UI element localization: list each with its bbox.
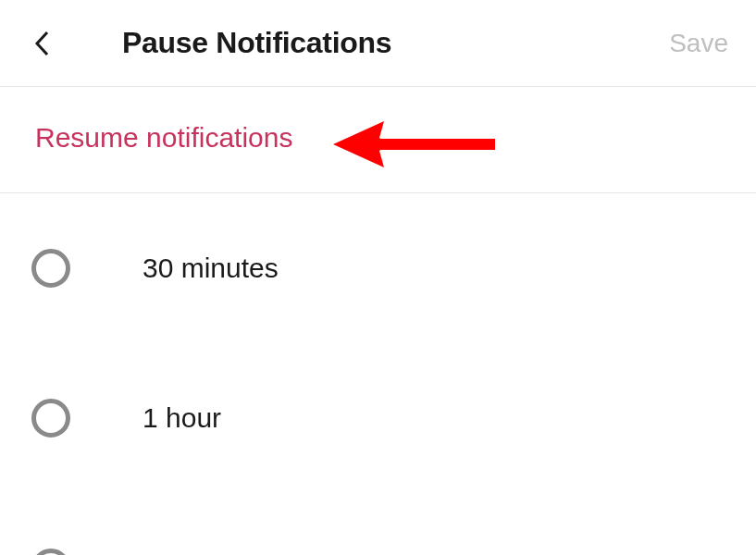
- option-1-hour[interactable]: 1 hour: [0, 380, 756, 456]
- radio-button[interactable]: [31, 399, 70, 438]
- option-2-hours[interactable]: 2 hours: [0, 530, 756, 555]
- radio-button[interactable]: [31, 249, 70, 288]
- page-title: Pause Notifications: [122, 26, 669, 60]
- resume-notifications-link[interactable]: Resume notifications: [35, 122, 292, 153]
- option-30-minutes[interactable]: 30 minutes: [0, 230, 756, 306]
- back-button[interactable]: [33, 30, 50, 57]
- arrow-annotation-icon: [333, 112, 500, 177]
- save-button[interactable]: Save: [669, 29, 728, 58]
- options-list: 30 minutes 1 hour 2 hours: [0, 193, 756, 555]
- option-label: 30 minutes: [143, 253, 279, 284]
- radio-button[interactable]: [31, 549, 70, 555]
- option-label: 1 hour: [143, 402, 221, 434]
- chevron-left-icon: [33, 30, 50, 57]
- resume-section: Resume notifications: [0, 87, 756, 193]
- header: Pause Notifications Save: [0, 0, 756, 87]
